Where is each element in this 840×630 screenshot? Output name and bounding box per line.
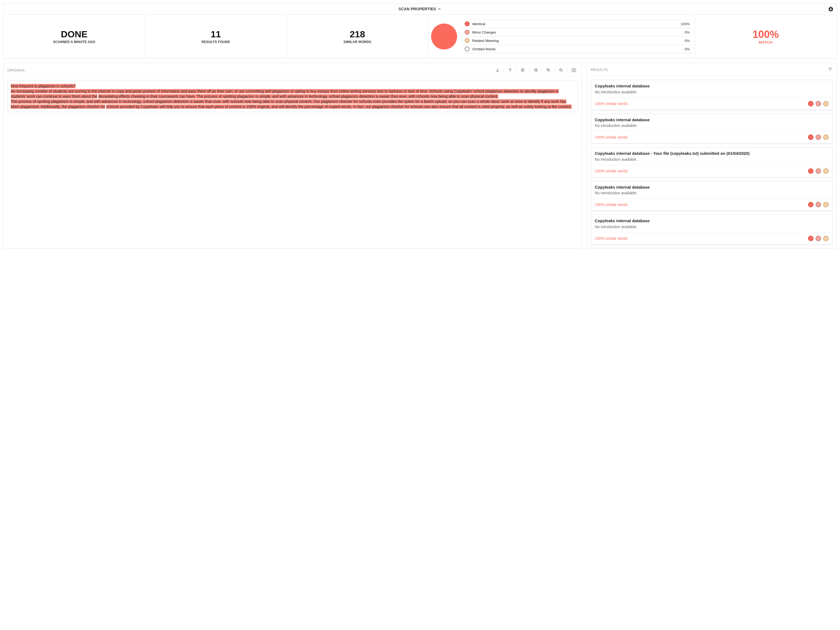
- related-meaning-dot-icon: [823, 101, 829, 106]
- result-top: Copyleaks internal databaseNo introducti…: [591, 80, 832, 98]
- results-list: Copyleaks internal databaseNo introducti…: [591, 80, 833, 245]
- result-bottom: 100% similar words: [591, 233, 832, 244]
- result-dots: [808, 236, 829, 241]
- result-card[interactable]: Copyleaks internal databaseNo introducti…: [591, 181, 833, 211]
- identical-dot-icon: [808, 101, 813, 106]
- identical-dot-icon: [808, 169, 813, 174]
- status-sub: SCANNED A MINUTE AGO: [53, 40, 95, 44]
- scan-properties-toggle[interactable]: SCAN PROPERTIES: [399, 7, 441, 11]
- result-title: Copyleaks internal database: [595, 184, 829, 190]
- result-bottom: 100% similar words: [591, 131, 832, 143]
- result-card[interactable]: Copyleaks internal database - Your file …: [591, 147, 833, 177]
- result-sub: No introduction available.: [595, 225, 829, 229]
- minor-changes-dot-icon: [816, 236, 821, 241]
- separator: [554, 68, 555, 72]
- result-sub: No introduction available.: [595, 157, 829, 162]
- result-similarity: 100% similar words: [595, 236, 628, 241]
- result-sub: No introduction available.: [595, 123, 829, 128]
- match-cell: 100% MATCH: [695, 15, 837, 58]
- legend-swatch-icon: [465, 38, 469, 43]
- results-header: RESULTS: [591, 67, 833, 76]
- result-top: Copyleaks internal databaseNo introducti…: [591, 181, 832, 199]
- zoom-in-button[interactable]: [544, 67, 553, 73]
- results-found-cell: 11 RESULTS FOUND: [145, 15, 287, 58]
- arrow-down-icon: [495, 68, 500, 72]
- minor-changes-dot-icon: [816, 169, 821, 174]
- match-label: MATCH: [759, 40, 772, 44]
- result-title: Copyleaks internal database: [595, 83, 829, 89]
- result-title: Copyleaks internal database: [595, 218, 829, 224]
- settings-button[interactable]: [825, 3, 837, 15]
- related-meaning-dot-icon: [823, 236, 829, 241]
- align-left-icon: [521, 68, 525, 72]
- result-card[interactable]: Copyleaks internal databaseNo introducti…: [591, 113, 833, 144]
- separator: [529, 68, 529, 72]
- minor-changes-dot-icon: [816, 134, 821, 140]
- result-top: Copyleaks internal databaseNo introducti…: [591, 114, 832, 132]
- legend-swatch-icon: [465, 21, 469, 26]
- legend-label: Minor Changes: [472, 30, 685, 35]
- result-card[interactable]: Copyleaks internal databaseNo introducti…: [591, 80, 833, 110]
- legend-label: Omitted Words: [472, 47, 685, 51]
- legend-row-minor-changes[interactable]: Minor Changes 0%: [463, 28, 692, 36]
- result-bottom: 100% similar words: [591, 165, 832, 177]
- legend-row-identical[interactable]: Identical 100%: [463, 20, 692, 28]
- image-icon: [572, 68, 576, 72]
- align-right-button[interactable]: [532, 67, 540, 73]
- result-dots: [808, 202, 829, 207]
- original-label: ORIGINAL: [7, 68, 25, 72]
- legend-row-omitted-words[interactable]: Omitted Words 0%: [463, 45, 692, 53]
- svg-line-15: [562, 71, 563, 72]
- status-value: DONE: [61, 29, 87, 39]
- similarity-pie-chart: [431, 24, 457, 49]
- result-similarity: 100% similar words: [595, 135, 628, 139]
- zoom-out-button[interactable]: [557, 67, 565, 73]
- results-pane: RESULTS Copyleaks internal databaseNo in…: [587, 63, 837, 249]
- legend-value: 0%: [685, 30, 690, 35]
- stats-row: DONE SCANNED A MINUTE AGO 11 RESULTS FOU…: [3, 15, 837, 58]
- zoom-out-icon: [559, 68, 564, 72]
- similar-words-cell: 218 SIMILAR WORDS: [287, 15, 428, 58]
- result-sub: No introduction available.: [595, 90, 829, 94]
- identical-dot-icon: [808, 134, 813, 140]
- gear-icon: [828, 6, 834, 12]
- legend-label: Identical: [472, 22, 681, 26]
- result-top: Copyleaks internal databaseNo introducti…: [591, 215, 832, 233]
- results-label: RESULTS: [591, 68, 608, 72]
- scan-properties-label: SCAN PROPERTIES: [399, 7, 436, 11]
- related-meaning-dot-icon: [823, 202, 829, 207]
- document-card[interactable]: How frequent is plagiarism in schools? A…: [7, 80, 578, 112]
- original-pane: ORIGINAL: [3, 63, 582, 249]
- minor-changes-dot-icon: [816, 202, 821, 207]
- legend-table: Identical 100% Minor Changes 0% Related …: [463, 19, 692, 53]
- result-card[interactable]: Copyleaks internal databaseNo introducti…: [591, 214, 833, 245]
- result-dots: [808, 101, 829, 106]
- svg-line-11: [549, 71, 550, 72]
- align-left-button[interactable]: [519, 67, 527, 73]
- result-top: Copyleaks internal database - Your file …: [591, 148, 832, 165]
- legend-swatch-icon: [465, 30, 469, 35]
- prev-match-button[interactable]: [506, 67, 514, 73]
- next-match-button[interactable]: [493, 67, 502, 73]
- original-toolbar: [493, 67, 578, 73]
- result-similarity: 100% similar words: [595, 101, 628, 106]
- legend-label: Related Meaning: [472, 39, 685, 43]
- scan-properties-bar: SCAN PROPERTIES: [3, 3, 837, 15]
- identical-dot-icon: [808, 236, 813, 241]
- image-mode-button[interactable]: [570, 67, 578, 73]
- filter-icon: [828, 67, 833, 72]
- chevron-up-icon: [437, 7, 441, 11]
- result-bottom: 100% similar words: [591, 198, 832, 211]
- align-right-icon: [533, 68, 538, 72]
- legend-row-related-meaning[interactable]: Related Meaning 0%: [463, 36, 692, 45]
- minor-changes-dot-icon: [816, 101, 821, 106]
- result-similarity: 100% similar words: [595, 169, 628, 173]
- similarity-chart-cell: Identical 100% Minor Changes 0% Related …: [428, 15, 695, 58]
- related-meaning-dot-icon: [823, 169, 829, 174]
- original-header: ORIGINAL: [7, 67, 578, 77]
- filter-button[interactable]: [828, 67, 833, 72]
- legend-value: 100%: [681, 22, 690, 26]
- similar-words-value: 218: [350, 29, 365, 39]
- separator: [542, 68, 542, 72]
- legend-swatch-icon: [465, 47, 469, 51]
